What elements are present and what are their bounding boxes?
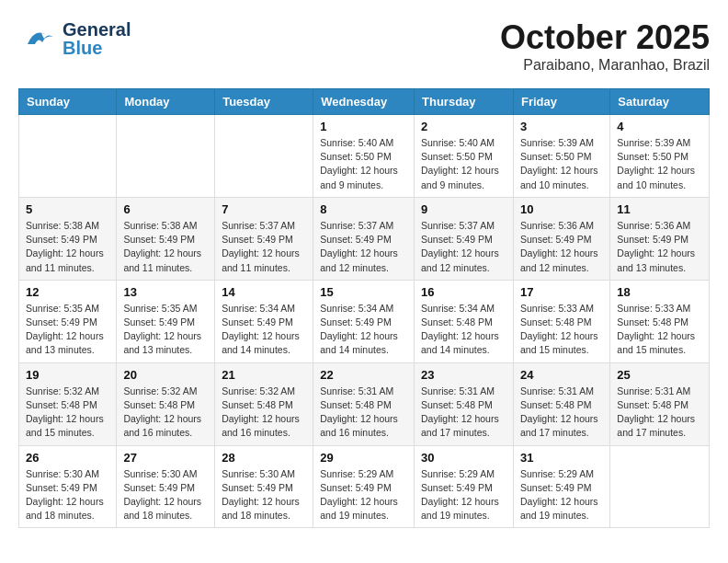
weekday-header-row: SundayMondayTuesdayWednesdayThursdayFrid… [19, 89, 710, 115]
cell-info: Sunrise: 5:29 AMSunset: 5:49 PMDaylight:… [520, 467, 603, 523]
cell-info: Sunrise: 5:34 AMSunset: 5:49 PMDaylight:… [222, 302, 306, 358]
cell-info: Sunrise: 5:37 AMSunset: 5:49 PMDaylight:… [222, 219, 306, 275]
day-number: 29 [320, 451, 407, 465]
day-number: 8 [320, 202, 407, 216]
location: Paraibano, Maranhao, Brazil [500, 57, 710, 74]
day-number: 17 [520, 285, 603, 299]
cell-info: Sunrise: 5:32 AMSunset: 5:48 PMDaylight:… [26, 385, 109, 441]
day-number: 25 [617, 368, 702, 382]
logo-general: General [63, 20, 131, 39]
calendar-cell: 11Sunrise: 5:36 AMSunset: 5:49 PMDayligh… [610, 197, 710, 280]
day-number: 1 [320, 120, 407, 133]
calendar-cell: 9Sunrise: 5:37 AMSunset: 5:49 PMDaylight… [415, 197, 514, 280]
calendar-cell: 21Sunrise: 5:32 AMSunset: 5:48 PMDayligh… [215, 362, 313, 445]
week-row-2: 5Sunrise: 5:38 AMSunset: 5:49 PMDaylight… [19, 197, 710, 280]
day-number: 19 [26, 368, 109, 382]
day-number: 18 [617, 285, 702, 299]
weekday-header-thursday: Thursday [415, 89, 514, 115]
calendar-cell: 8Sunrise: 5:37 AMSunset: 5:49 PMDaylight… [313, 197, 415, 280]
calendar-cell: 14Sunrise: 5:34 AMSunset: 5:49 PMDayligh… [215, 280, 313, 362]
cell-info: Sunrise: 5:34 AMSunset: 5:49 PMDaylight:… [320, 302, 407, 358]
calendar-cell: 12Sunrise: 5:35 AMSunset: 5:49 PMDayligh… [19, 280, 117, 362]
calendar-cell: 20Sunrise: 5:32 AMSunset: 5:48 PMDayligh… [117, 362, 215, 445]
cell-info: Sunrise: 5:34 AMSunset: 5:48 PMDaylight:… [421, 302, 506, 358]
day-number: 22 [320, 368, 407, 382]
cell-info: Sunrise: 5:38 AMSunset: 5:49 PMDaylight:… [26, 219, 109, 275]
logo: General Blue [18, 18, 131, 59]
day-number: 21 [222, 368, 306, 382]
weekday-header-sunday: Sunday [19, 89, 117, 115]
calendar-cell: 23Sunrise: 5:31 AMSunset: 5:48 PMDayligh… [415, 362, 514, 445]
calendar-cell: 2Sunrise: 5:40 AMSunset: 5:50 PMDaylight… [415, 115, 514, 198]
calendar-cell: 5Sunrise: 5:38 AMSunset: 5:49 PMDaylight… [19, 197, 117, 280]
calendar-cell: 15Sunrise: 5:34 AMSunset: 5:49 PMDayligh… [313, 280, 415, 362]
weekday-header-wednesday: Wednesday [313, 89, 415, 115]
page-header: General Blue October 2025 Paraibano, Mar… [18, 18, 710, 74]
day-number: 9 [421, 202, 506, 216]
calendar-cell: 6Sunrise: 5:38 AMSunset: 5:49 PMDaylight… [117, 197, 215, 280]
cell-info: Sunrise: 5:39 AMSunset: 5:50 PMDaylight:… [520, 136, 603, 192]
calendar-cell: 24Sunrise: 5:31 AMSunset: 5:48 PMDayligh… [513, 362, 609, 445]
cell-info: Sunrise: 5:38 AMSunset: 5:49 PMDaylight:… [123, 219, 208, 275]
calendar-cell: 22Sunrise: 5:31 AMSunset: 5:48 PMDayligh… [313, 362, 415, 445]
cell-info: Sunrise: 5:39 AMSunset: 5:50 PMDaylight:… [617, 136, 702, 192]
logo-icon [18, 18, 59, 59]
cell-info: Sunrise: 5:30 AMSunset: 5:49 PMDaylight:… [222, 467, 306, 523]
weekday-header-friday: Friday [513, 89, 609, 115]
cell-info: Sunrise: 5:37 AMSunset: 5:49 PMDaylight:… [320, 219, 407, 275]
day-number: 10 [520, 202, 603, 216]
calendar-cell: 27Sunrise: 5:30 AMSunset: 5:49 PMDayligh… [117, 445, 215, 528]
title-area: October 2025 Paraibano, Maranhao, Brazil [500, 18, 710, 74]
cell-info: Sunrise: 5:35 AMSunset: 5:49 PMDaylight:… [26, 302, 109, 358]
calendar-table: SundayMondayTuesdayWednesdayThursdayFrid… [18, 88, 710, 528]
cell-info: Sunrise: 5:30 AMSunset: 5:49 PMDaylight:… [123, 467, 208, 523]
day-number: 30 [421, 451, 506, 465]
day-number: 6 [123, 202, 208, 216]
cell-info: Sunrise: 5:33 AMSunset: 5:48 PMDaylight:… [617, 302, 702, 358]
month-title: October 2025 [500, 18, 710, 57]
calendar-cell [215, 115, 313, 198]
day-number: 14 [222, 285, 306, 299]
cell-info: Sunrise: 5:40 AMSunset: 5:50 PMDaylight:… [421, 136, 506, 192]
day-number: 23 [421, 368, 506, 382]
day-number: 24 [520, 368, 603, 382]
cell-info: Sunrise: 5:31 AMSunset: 5:48 PMDaylight:… [320, 385, 407, 441]
day-number: 16 [421, 285, 506, 299]
logo-blue: Blue [63, 39, 131, 57]
cell-info: Sunrise: 5:36 AMSunset: 5:49 PMDaylight:… [617, 219, 702, 275]
calendar-cell: 16Sunrise: 5:34 AMSunset: 5:48 PMDayligh… [415, 280, 514, 362]
calendar-cell [19, 115, 117, 198]
calendar-cell: 26Sunrise: 5:30 AMSunset: 5:49 PMDayligh… [19, 445, 117, 528]
day-number: 12 [26, 285, 109, 299]
calendar-cell: 18Sunrise: 5:33 AMSunset: 5:48 PMDayligh… [610, 280, 710, 362]
calendar-cell [117, 115, 215, 198]
cell-info: Sunrise: 5:31 AMSunset: 5:48 PMDaylight:… [617, 385, 702, 441]
day-number: 27 [123, 451, 208, 465]
cell-info: Sunrise: 5:32 AMSunset: 5:48 PMDaylight:… [222, 385, 306, 441]
calendar-cell: 13Sunrise: 5:35 AMSunset: 5:49 PMDayligh… [117, 280, 215, 362]
day-number: 26 [26, 451, 109, 465]
calendar-cell: 31Sunrise: 5:29 AMSunset: 5:49 PMDayligh… [513, 445, 609, 528]
weekday-header-tuesday: Tuesday [215, 89, 313, 115]
week-row-4: 19Sunrise: 5:32 AMSunset: 5:48 PMDayligh… [19, 362, 710, 445]
calendar-cell: 19Sunrise: 5:32 AMSunset: 5:48 PMDayligh… [19, 362, 117, 445]
calendar-cell: 17Sunrise: 5:33 AMSunset: 5:48 PMDayligh… [513, 280, 609, 362]
day-number: 15 [320, 285, 407, 299]
day-number: 20 [123, 368, 208, 382]
day-number: 31 [520, 451, 603, 465]
day-number: 28 [222, 451, 306, 465]
day-number: 11 [617, 202, 702, 216]
cell-info: Sunrise: 5:29 AMSunset: 5:49 PMDaylight:… [421, 467, 506, 523]
cell-info: Sunrise: 5:33 AMSunset: 5:48 PMDaylight:… [520, 302, 603, 358]
week-row-5: 26Sunrise: 5:30 AMSunset: 5:49 PMDayligh… [19, 445, 710, 528]
logo-text: General Blue [63, 20, 131, 57]
cell-info: Sunrise: 5:30 AMSunset: 5:49 PMDaylight:… [26, 467, 109, 523]
calendar-cell: 10Sunrise: 5:36 AMSunset: 5:49 PMDayligh… [513, 197, 609, 280]
weekday-header-monday: Monday [117, 89, 215, 115]
calendar-cell: 7Sunrise: 5:37 AMSunset: 5:49 PMDaylight… [215, 197, 313, 280]
day-number: 4 [617, 120, 702, 133]
week-row-1: 1Sunrise: 5:40 AMSunset: 5:50 PMDaylight… [19, 115, 710, 198]
cell-info: Sunrise: 5:36 AMSunset: 5:49 PMDaylight:… [520, 219, 603, 275]
cell-info: Sunrise: 5:37 AMSunset: 5:49 PMDaylight:… [421, 219, 506, 275]
cell-info: Sunrise: 5:35 AMSunset: 5:49 PMDaylight:… [123, 302, 208, 358]
